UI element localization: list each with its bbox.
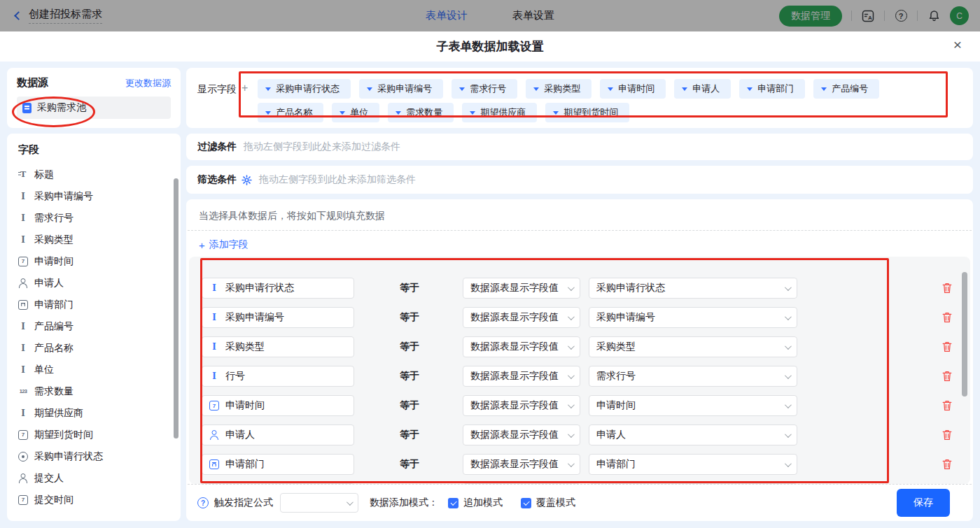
tab-form-settings[interactable]: 表单设置 xyxy=(512,9,554,22)
display-field-chip[interactable]: 期望供应商 xyxy=(462,103,537,122)
field-list-item[interactable]: 采购类型 xyxy=(7,229,181,250)
checkbox-checked-icon[interactable] xyxy=(448,498,458,508)
display-field-chip[interactable]: 采购类型 xyxy=(526,79,592,99)
data-manage-button[interactable]: 数据管理 xyxy=(779,6,842,27)
rule-target-select[interactable]: 需求行号 xyxy=(589,366,797,387)
help-icon[interactable]: ? xyxy=(894,9,908,23)
display-field-chip[interactable]: 产品编号 xyxy=(813,79,879,99)
datasource-selected-item[interactable]: 采购需求池 xyxy=(17,97,171,119)
chevron-down-icon xyxy=(553,111,559,115)
rule-target-select[interactable]: 采购申请行状态 xyxy=(589,278,797,299)
rule-target-select[interactable]: 采购类型 xyxy=(589,336,797,357)
rule-target-field[interactable]: 产品编号 xyxy=(202,483,354,484)
display-field-chip[interactable]: 需求数量 xyxy=(388,103,454,122)
rule-source-select[interactable]: 数据源表显示字段值 xyxy=(463,307,580,328)
text-icon xyxy=(209,371,219,381)
display-field-chip[interactable]: 采购申请编号 xyxy=(359,79,443,99)
display-field-chip[interactable]: 申请人 xyxy=(674,79,731,99)
field-list-item[interactable]: 提交人 xyxy=(7,467,181,489)
field-list-item[interactable]: 需求数量 xyxy=(7,380,181,402)
rule-target-select[interactable]: 申请人 xyxy=(589,424,797,445)
divider xyxy=(884,10,885,21)
chip-label: 需求行号 xyxy=(470,83,506,95)
divider xyxy=(917,10,918,21)
sidebar-scrollbar[interactable] xyxy=(174,178,178,438)
trash-icon[interactable] xyxy=(942,400,952,411)
rule-source-select[interactable]: 数据源表显示字段值 xyxy=(463,278,580,299)
rule-source-select[interactable]: 数据源表显示字段值 xyxy=(463,454,580,475)
rule-target-field[interactable]: 申请部门 xyxy=(202,454,354,475)
rule-target-select[interactable]: 产品编号 xyxy=(589,483,797,484)
field-list-item[interactable]: 期望到货时间 xyxy=(7,424,181,445)
display-field-chip[interactable]: 申请时间 xyxy=(600,79,666,99)
checkbox-checked-icon[interactable] xyxy=(521,498,531,508)
help-circle-icon[interactable]: ? xyxy=(197,497,209,508)
field-list-item[interactable]: 产品名称 xyxy=(7,337,181,359)
trash-icon[interactable] xyxy=(942,429,952,441)
display-fields-chips: 采购申请行状态 采购申请编号 需求行号 xyxy=(258,79,879,122)
field-list-item[interactable]: 产品编号 xyxy=(7,315,181,337)
back-nav[interactable]: 创建招投标需求 xyxy=(11,8,102,24)
filter-condition-dropzone[interactable]: 拖动左侧字段到此处来添加过滤条件 xyxy=(244,141,962,153)
field-list-item[interactable]: 需求行号 xyxy=(7,207,181,229)
rule-source-select[interactable]: 数据源表显示字段值 xyxy=(463,483,580,484)
tab-form-design[interactable]: 表单设计 xyxy=(426,9,468,22)
trash-icon[interactable] xyxy=(942,371,952,382)
chevron-down-icon xyxy=(785,401,792,408)
rule-source-select[interactable]: 数据源表显示字段值 xyxy=(463,395,580,416)
change-datasource-link[interactable]: 更改数据源 xyxy=(125,77,171,90)
main-panel: 显示字段 + 采购申请行状态 xyxy=(186,68,973,521)
trash-icon[interactable] xyxy=(942,283,952,294)
rule-source-select[interactable]: 数据源表显示字段值 xyxy=(463,336,580,357)
rule-target-select[interactable]: 申请部门 xyxy=(589,454,797,475)
rule-target-field[interactable]: 采购类型 xyxy=(202,336,354,357)
display-field-chip[interactable]: 申请部门 xyxy=(739,79,805,99)
rule-target-field[interactable]: 采购申请行状态 xyxy=(202,278,354,299)
save-button[interactable]: 保存 xyxy=(897,489,950,517)
rule-source-select[interactable]: 数据源表显示字段值 xyxy=(463,424,580,445)
rule-target-field[interactable]: 申请时间 xyxy=(202,395,354,416)
rule-target-field[interactable]: 采购申请编号 xyxy=(202,307,354,328)
field-list-item[interactable]: 单位 xyxy=(7,359,181,380)
rule-target-select[interactable]: 申请时间 xyxy=(589,395,797,416)
gear-icon[interactable] xyxy=(241,175,252,185)
rules-scrollbar[interactable] xyxy=(962,272,967,397)
add-rule-field-button[interactable]: + 添加字段 xyxy=(186,231,261,257)
field-list-item[interactable]: 申请人 xyxy=(7,272,181,294)
field-list-item[interactable]: 提交时间 xyxy=(7,489,181,511)
field-list-item[interactable]: 采购申请编号 xyxy=(7,185,181,207)
field-list-item[interactable]: 申请部门 xyxy=(7,294,181,315)
trash-icon[interactable] xyxy=(942,341,952,352)
display-field-chip[interactable]: 单位 xyxy=(332,103,379,122)
trash-icon[interactable] xyxy=(942,312,952,323)
display-field-chip[interactable]: 期望到货时间 xyxy=(545,103,629,122)
rule-target-field[interactable]: 行号 xyxy=(202,366,354,387)
add-display-field-icon[interactable]: + xyxy=(241,83,248,94)
translate-icon[interactable]: A xyxy=(861,9,875,23)
chevron-down-icon xyxy=(785,460,792,467)
sift-condition-dropzone[interactable]: 拖动左侧字段到此处来添加筛选条件 xyxy=(259,173,962,186)
close-icon[interactable]: × xyxy=(953,37,962,52)
trigger-formula-select[interactable] xyxy=(280,493,358,513)
mode-checkbox-option[interactable]: 追加模式 xyxy=(448,497,503,509)
display-field-chip[interactable]: 产品名称 xyxy=(258,103,323,122)
field-list-item[interactable]: 采购申请行状态 xyxy=(7,445,181,467)
display-field-chip[interactable]: 需求行号 xyxy=(451,79,517,99)
trash-icon[interactable] xyxy=(942,459,952,470)
field-list-item[interactable]: 期望供应商 xyxy=(7,402,181,424)
rule-target-field[interactable]: 申请人 xyxy=(202,424,354,445)
field-list-item[interactable]: 标题 xyxy=(7,164,181,185)
datasource-title: 数据源 xyxy=(17,76,48,90)
notification-bell-icon[interactable] xyxy=(927,9,941,23)
rule-source-select[interactable]: 数据源表显示字段值 xyxy=(463,366,580,387)
modal-header: 子表单数据加载设置 × xyxy=(0,31,980,62)
mode-option-label: 追加模式 xyxy=(463,497,503,509)
chevron-down-icon xyxy=(265,87,271,91)
back-chevron-icon[interactable] xyxy=(14,11,23,20)
rule-target-select[interactable]: 采购申请编号 xyxy=(589,307,797,328)
mode-checkbox-option[interactable]: 覆盖模式 xyxy=(521,497,575,509)
display-field-chip[interactable]: 采购申请行状态 xyxy=(258,79,351,99)
field-list-item[interactable]: 申请时间 xyxy=(7,250,181,272)
chip-label: 期望供应商 xyxy=(480,106,526,119)
user-avatar[interactable]: C xyxy=(950,6,969,25)
